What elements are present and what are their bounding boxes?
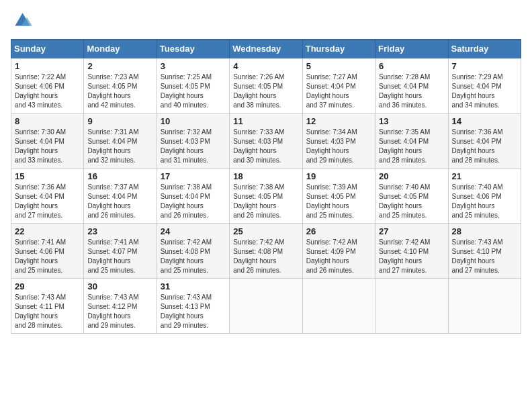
calendar-cell: 23Sunrise: 7:41 AMSunset: 4:07 PMDayligh… <box>84 224 157 279</box>
weekday-header: Wednesday <box>230 40 302 58</box>
calendar-cell: 17Sunrise: 7:38 AMSunset: 4:04 PMDayligh… <box>157 169 229 224</box>
cell-info: Sunrise: 7:36 AMSunset: 4:04 PMDaylight … <box>15 183 80 220</box>
calendar-cell: 1Sunrise: 7:22 AMSunset: 4:06 PMDaylight… <box>11 58 84 113</box>
cell-info: Sunrise: 7:29 AMSunset: 4:04 PMDaylight … <box>452 73 517 110</box>
calendar-cell: 13Sunrise: 7:35 AMSunset: 4:04 PMDayligh… <box>375 113 448 169</box>
cell-info: Sunrise: 7:35 AMSunset: 4:04 PMDaylight … <box>379 128 444 165</box>
cell-info: Sunrise: 7:23 AMSunset: 4:05 PMDaylight … <box>87 73 152 110</box>
calendar-cell: 18Sunrise: 7:38 AMSunset: 4:05 PMDayligh… <box>230 169 302 224</box>
day-number: 24 <box>161 226 226 236</box>
weekday-header-row: SundayMondayTuesdayWednesdayThursdayFrid… <box>11 40 521 58</box>
day-number: 4 <box>233 61 298 71</box>
calendar-cell <box>375 279 448 334</box>
cell-info: Sunrise: 7:42 AMSunset: 4:08 PMDaylight … <box>161 238 226 275</box>
day-number: 19 <box>306 171 371 181</box>
cell-info: Sunrise: 7:39 AMSunset: 4:05 PMDaylight … <box>306 183 371 220</box>
cell-info: Sunrise: 7:43 AMSunset: 4:11 PMDaylight … <box>15 293 80 330</box>
calendar-cell: 10Sunrise: 7:32 AMSunset: 4:03 PMDayligh… <box>157 113 229 169</box>
day-number: 27 <box>379 226 444 236</box>
calendar-cell: 7Sunrise: 7:29 AMSunset: 4:04 PMDaylight… <box>448 58 521 113</box>
logo-icon <box>11 11 32 32</box>
cell-info: Sunrise: 7:22 AMSunset: 4:06 PMDaylight … <box>15 73 80 110</box>
cell-info: Sunrise: 7:31 AMSunset: 4:04 PMDaylight … <box>87 128 152 165</box>
calendar-cell <box>302 279 375 334</box>
calendar-cell: 19Sunrise: 7:39 AMSunset: 4:05 PMDayligh… <box>302 169 375 224</box>
day-number: 15 <box>15 171 80 181</box>
cell-info: Sunrise: 7:42 AMSunset: 4:10 PMDaylight … <box>379 238 444 275</box>
day-number: 10 <box>161 116 226 126</box>
day-number: 8 <box>15 116 80 126</box>
calendar-cell: 22Sunrise: 7:41 AMSunset: 4:06 PMDayligh… <box>11 224 84 279</box>
calendar-cell: 4Sunrise: 7:26 AMSunset: 4:05 PMDaylight… <box>230 58 302 113</box>
cell-info: Sunrise: 7:25 AMSunset: 4:05 PMDaylight … <box>161 73 226 110</box>
calendar-cell: 21Sunrise: 7:40 AMSunset: 4:06 PMDayligh… <box>448 169 521 224</box>
calendar-cell: 29Sunrise: 7:43 AMSunset: 4:11 PMDayligh… <box>11 279 84 334</box>
day-number: 12 <box>306 116 371 126</box>
weekday-header: Friday <box>375 40 448 58</box>
weekday-header: Thursday <box>302 40 375 58</box>
day-number: 9 <box>87 116 152 126</box>
day-number: 5 <box>306 61 371 71</box>
cell-info: Sunrise: 7:36 AMSunset: 4:04 PMDaylight … <box>452 128 517 165</box>
day-number: 26 <box>306 226 371 236</box>
calendar-cell: 16Sunrise: 7:37 AMSunset: 4:04 PMDayligh… <box>84 169 157 224</box>
weekday-header: Saturday <box>448 40 521 58</box>
cell-info: Sunrise: 7:33 AMSunset: 4:03 PMDaylight … <box>233 128 298 165</box>
day-number: 29 <box>15 281 80 291</box>
day-number: 18 <box>233 171 298 181</box>
day-number: 7 <box>452 61 517 71</box>
cell-info: Sunrise: 7:40 AMSunset: 4:05 PMDaylight … <box>379 183 444 220</box>
cell-info: Sunrise: 7:38 AMSunset: 4:05 PMDaylight … <box>233 183 298 220</box>
cell-info: Sunrise: 7:28 AMSunset: 4:04 PMDaylight … <box>379 73 444 110</box>
weekday-header: Tuesday <box>157 40 229 58</box>
calendar-cell: 14Sunrise: 7:36 AMSunset: 4:04 PMDayligh… <box>448 113 521 169</box>
calendar-cell: 5Sunrise: 7:27 AMSunset: 4:04 PMDaylight… <box>302 58 375 113</box>
day-number: 6 <box>379 61 444 71</box>
cell-info: Sunrise: 7:43 AMSunset: 4:10 PMDaylight … <box>452 238 517 275</box>
day-number: 22 <box>15 226 80 236</box>
day-number: 13 <box>379 116 444 126</box>
day-number: 11 <box>233 116 298 126</box>
day-number: 16 <box>87 171 152 181</box>
calendar-cell: 28Sunrise: 7:43 AMSunset: 4:10 PMDayligh… <box>448 224 521 279</box>
day-number: 23 <box>87 226 152 236</box>
calendar-cell <box>448 279 521 334</box>
day-number: 1 <box>15 61 80 71</box>
day-number: 21 <box>452 171 517 181</box>
calendar-cell: 20Sunrise: 7:40 AMSunset: 4:05 PMDayligh… <box>375 169 448 224</box>
calendar-cell: 3Sunrise: 7:25 AMSunset: 4:05 PMDaylight… <box>157 58 229 113</box>
calendar-cell: 15Sunrise: 7:36 AMSunset: 4:04 PMDayligh… <box>11 169 84 224</box>
calendar-cell: 12Sunrise: 7:34 AMSunset: 4:03 PMDayligh… <box>302 113 375 169</box>
day-number: 31 <box>161 281 226 291</box>
calendar-cell: 11Sunrise: 7:33 AMSunset: 4:03 PMDayligh… <box>230 113 302 169</box>
calendar-cell: 24Sunrise: 7:42 AMSunset: 4:08 PMDayligh… <box>157 224 229 279</box>
day-number: 30 <box>87 281 152 291</box>
calendar-cell: 6Sunrise: 7:28 AMSunset: 4:04 PMDaylight… <box>375 58 448 113</box>
day-number: 17 <box>161 171 226 181</box>
day-number: 25 <box>233 226 298 236</box>
day-number: 28 <box>452 226 517 236</box>
calendar-table: SundayMondayTuesdayWednesdayThursdayFrid… <box>11 39 521 334</box>
logo <box>11 11 35 32</box>
weekday-header: Monday <box>84 40 157 58</box>
day-number: 2 <box>87 61 152 71</box>
cell-info: Sunrise: 7:34 AMSunset: 4:03 PMDaylight … <box>306 128 371 165</box>
calendar-cell: 9Sunrise: 7:31 AMSunset: 4:04 PMDaylight… <box>84 113 157 169</box>
cell-info: Sunrise: 7:27 AMSunset: 4:04 PMDaylight … <box>306 73 371 110</box>
calendar-cell: 8Sunrise: 7:30 AMSunset: 4:04 PMDaylight… <box>11 113 84 169</box>
cell-info: Sunrise: 7:30 AMSunset: 4:04 PMDaylight … <box>15 128 80 165</box>
calendar-cell: 2Sunrise: 7:23 AMSunset: 4:05 PMDaylight… <box>84 58 157 113</box>
calendar-cell: 25Sunrise: 7:42 AMSunset: 4:08 PMDayligh… <box>230 224 302 279</box>
day-number: 14 <box>452 116 517 126</box>
calendar-cell: 27Sunrise: 7:42 AMSunset: 4:10 PMDayligh… <box>375 224 448 279</box>
cell-info: Sunrise: 7:26 AMSunset: 4:05 PMDaylight … <box>233 73 298 110</box>
cell-info: Sunrise: 7:43 AMSunset: 4:12 PMDaylight … <box>87 293 152 330</box>
calendar-cell: 31Sunrise: 7:43 AMSunset: 4:13 PMDayligh… <box>157 279 229 334</box>
calendar-cell <box>230 279 302 334</box>
weekday-header: Sunday <box>11 40 84 58</box>
day-number: 20 <box>379 171 444 181</box>
cell-info: Sunrise: 7:41 AMSunset: 4:06 PMDaylight … <box>15 238 80 275</box>
cell-info: Sunrise: 7:41 AMSunset: 4:07 PMDaylight … <box>87 238 152 275</box>
cell-info: Sunrise: 7:32 AMSunset: 4:03 PMDaylight … <box>161 128 226 165</box>
calendar-cell: 30Sunrise: 7:43 AMSunset: 4:12 PMDayligh… <box>84 279 157 334</box>
